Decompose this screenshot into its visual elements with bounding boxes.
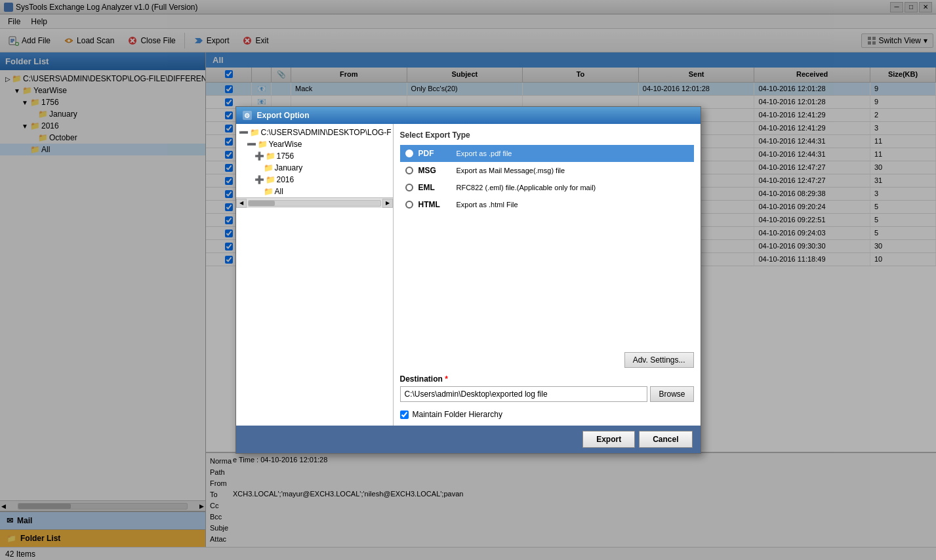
- modal-tree-root-label: C:\USERS\ADMIN\DESKTOP\LOG-F: [261, 128, 392, 137]
- cancel-button[interactable]: Cancel: [639, 431, 692, 448]
- modal-tree-2016-label: 2016: [277, 175, 295, 184]
- folder-icon: 📁: [264, 187, 274, 196]
- modal-tree-all[interactable]: 📁 All: [236, 186, 393, 197]
- select-export-type-label: Select Export Type: [400, 130, 694, 140]
- export-dialog-title: Export Option: [257, 111, 310, 120]
- minus-icon: ➖: [247, 140, 256, 149]
- pdf-name: PDF: [418, 149, 451, 158]
- modal-scroll-left[interactable]: ◀: [236, 199, 247, 208]
- export-dialog-icon: ⚙: [243, 111, 252, 120]
- modal-tree-january[interactable]: 📁 January: [236, 162, 393, 174]
- html-name: HTML: [418, 200, 451, 209]
- export-dialog: ⚙ Export Option ➖ 📁 C:\USERS\ADMIN\DESKT…: [235, 106, 701, 454]
- export-dialog-footer: Export Cancel: [236, 426, 701, 453]
- modal-folder-tree: ➖ 📁 C:\USERS\ADMIN\DESKTOP\LOG-F ➖ 📁 Yea…: [236, 124, 394, 426]
- destination-label: Destination *: [400, 374, 694, 384]
- export-confirm-button[interactable]: Export: [582, 431, 635, 448]
- export-dialog-body: ➖ 📁 C:\USERS\ADMIN\DESKTOP\LOG-F ➖ 📁 Yea…: [236, 124, 701, 426]
- msg-radio[interactable]: [405, 167, 413, 174]
- msg-name: MSG: [418, 166, 451, 175]
- modal-overlay: ⚙ Export Option ➖ 📁 C:\USERS\ADMIN\DESKT…: [0, 0, 936, 560]
- eml-radio[interactable]: [405, 184, 413, 191]
- modal-scroll-right[interactable]: ▶: [382, 199, 393, 208]
- modal-tree-yearwise-label: YearWise: [269, 140, 302, 149]
- modal-tree-1756-label: 1756: [277, 151, 295, 161]
- modal-scroll-thumb[interactable]: [249, 201, 275, 206]
- eml-desc: RFC822 (.eml) file.(Applicable only for …: [457, 184, 596, 191]
- maintain-folder-label: Maintain Folder Hierarchy: [413, 410, 502, 419]
- modal-tree-january-label: January: [275, 163, 303, 172]
- browse-button[interactable]: Browse: [650, 386, 693, 402]
- minus-icon: ➖: [239, 128, 249, 137]
- pdf-desc: Export as .pdf file: [457, 150, 512, 157]
- folder-icon: 📁: [264, 163, 274, 172]
- modal-scrollbar-h[interactable]: ◀ ▶: [236, 197, 393, 208]
- maintain-folder-checkbox[interactable]: [400, 410, 409, 419]
- folder-icon: 📁: [258, 140, 268, 149]
- maintain-folder-row: Maintain Folder Hierarchy: [400, 410, 694, 419]
- html-option[interactable]: HTML Export as .html File: [400, 196, 694, 213]
- modal-tree-1756[interactable]: ➕ 📁 1756: [236, 150, 393, 162]
- destination-section: Destination * Browse: [400, 374, 694, 402]
- folder-icon: 📁: [250, 128, 260, 137]
- modal-scroll-track[interactable]: [248, 200, 381, 207]
- destination-required: *: [445, 374, 448, 384]
- eml-option[interactable]: EML RFC822 (.eml) file.(Applicable only …: [400, 179, 694, 196]
- modal-tree-2016[interactable]: ➕ 📁 2016: [236, 174, 393, 186]
- html-desc: Export as .html File: [457, 201, 518, 209]
- folder-icon: 📁: [266, 175, 275, 184]
- destination-input[interactable]: [400, 386, 648, 402]
- folder-icon: 📁: [266, 151, 275, 161]
- export-dialog-titlebar: ⚙ Export Option: [236, 107, 701, 124]
- modal-tree-root[interactable]: ➖ 📁 C:\USERS\ADMIN\DESKTOP\LOG-F: [236, 127, 393, 138]
- pdf-option[interactable]: PDF Export as .pdf file: [400, 145, 694, 162]
- plus-icon: ➕: [254, 151, 264, 161]
- msg-desc: Export as Mail Message(.msg) file: [457, 167, 565, 174]
- pdf-radio[interactable]: [405, 150, 413, 157]
- adv-settings-button[interactable]: Adv. Settings...: [624, 352, 694, 368]
- plus-icon: ➕: [254, 175, 264, 184]
- modal-tree-all-label: All: [275, 187, 283, 196]
- modal-tree-yearwise[interactable]: ➖ 📁 YearWise: [236, 138, 393, 150]
- eml-name: EML: [418, 183, 451, 192]
- html-radio[interactable]: [405, 201, 413, 209]
- msg-option[interactable]: MSG Export as Mail Message(.msg) file: [400, 162, 694, 179]
- modal-export-options: Select Export Type PDF Export as .pdf fi…: [394, 124, 701, 426]
